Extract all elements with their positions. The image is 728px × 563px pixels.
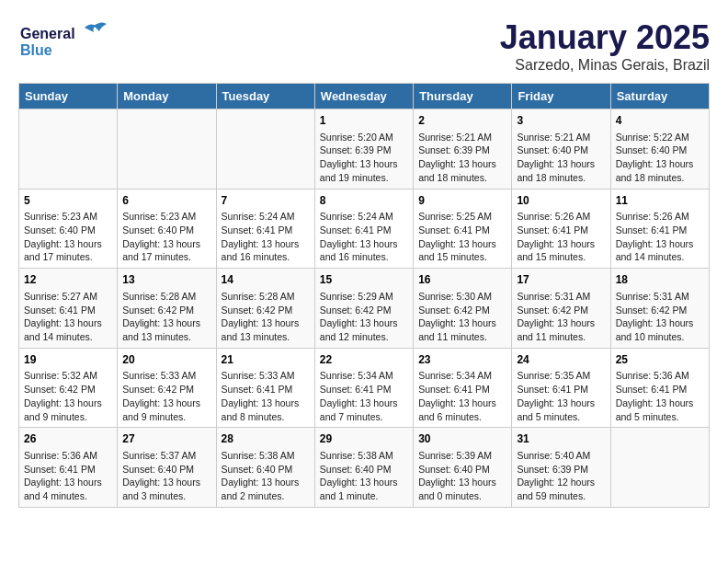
day-info: Sunrise: 5:34 AM Sunset: 6:41 PM Dayligh… [320,369,408,423]
header-sunday: Sunday [19,84,118,109]
calendar-cell: 1Sunrise: 5:20 AM Sunset: 6:39 PM Daylig… [314,109,413,190]
day-info: Sunrise: 5:34 AM Sunset: 6:41 PM Dayligh… [418,369,506,423]
calendar-cell: 28Sunrise: 5:38 AM Sunset: 6:40 PM Dayli… [216,428,314,508]
day-info: Sunrise: 5:40 AM Sunset: 6:39 PM Dayligh… [517,449,605,503]
calendar-cell [610,428,709,508]
calendar-cell: 19Sunrise: 5:32 AM Sunset: 6:42 PM Dayli… [19,348,118,428]
calendar-cell: 5Sunrise: 5:23 AM Sunset: 6:40 PM Daylig… [19,189,118,269]
header-wednesday: Wednesday [314,84,413,109]
day-number: 19 [24,352,112,368]
calendar-cell: 21Sunrise: 5:33 AM Sunset: 6:41 PM Dayli… [216,348,314,428]
calendar-cell: 13Sunrise: 5:28 AM Sunset: 6:42 PM Dayli… [118,269,216,349]
calendar-subtitle: Sarzedo, Minas Gerais, Brazil [500,57,710,74]
calendar-cell: 31Sunrise: 5:40 AM Sunset: 6:39 PM Dayli… [512,428,610,508]
calendar-week-0: 1Sunrise: 5:20 AM Sunset: 6:39 PM Daylig… [19,109,710,190]
calendar-cell: 17Sunrise: 5:31 AM Sunset: 6:42 PM Dayli… [512,269,610,349]
calendar-cell: 23Sunrise: 5:34 AM Sunset: 6:41 PM Dayli… [414,348,512,428]
day-number: 30 [418,431,506,447]
calendar-cell: 27Sunrise: 5:37 AM Sunset: 6:40 PM Dayli… [118,428,216,508]
day-number: 7 [222,193,310,209]
calendar-cell: 4Sunrise: 5:22 AM Sunset: 6:40 PM Daylig… [610,109,709,190]
calendar-cell: 9Sunrise: 5:25 AM Sunset: 6:41 PM Daylig… [414,189,512,269]
calendar-cell: 30Sunrise: 5:39 AM Sunset: 6:40 PM Dayli… [414,428,512,508]
day-info: Sunrise: 5:32 AM Sunset: 6:42 PM Dayligh… [24,369,112,423]
day-number: 18 [616,272,704,288]
day-info: Sunrise: 5:21 AM Sunset: 6:40 PM Dayligh… [517,131,605,185]
day-info: Sunrise: 5:25 AM Sunset: 6:41 PM Dayligh… [418,210,506,264]
calendar-cell: 22Sunrise: 5:34 AM Sunset: 6:41 PM Dayli… [314,348,413,428]
logo-svg: General Blue [18,18,110,64]
day-info: Sunrise: 5:23 AM Sunset: 6:40 PM Dayligh… [122,210,210,264]
logo: General Blue [18,18,110,64]
day-number: 22 [320,352,408,368]
header-saturday: Saturday [610,84,709,109]
day-info: Sunrise: 5:28 AM Sunset: 6:42 PM Dayligh… [122,290,210,344]
day-info: Sunrise: 5:20 AM Sunset: 6:39 PM Dayligh… [320,131,408,185]
header-tuesday: Tuesday [216,84,314,109]
header-friday: Friday [512,84,610,109]
day-number: 17 [517,272,605,288]
calendar-week-4: 26Sunrise: 5:36 AM Sunset: 6:41 PM Dayli… [19,428,710,508]
day-info: Sunrise: 5:37 AM Sunset: 6:40 PM Dayligh… [122,449,210,503]
svg-text:General: General [20,26,75,41]
calendar-cell: 25Sunrise: 5:36 AM Sunset: 6:41 PM Dayli… [610,348,709,428]
day-number: 13 [122,272,210,288]
day-number: 5 [24,193,112,209]
day-info: Sunrise: 5:36 AM Sunset: 6:41 PM Dayligh… [616,369,704,423]
calendar-week-3: 19Sunrise: 5:32 AM Sunset: 6:42 PM Dayli… [19,348,710,428]
day-number: 6 [122,193,210,209]
calendar-cell: 6Sunrise: 5:23 AM Sunset: 6:40 PM Daylig… [118,189,216,269]
calendar-cell: 16Sunrise: 5:30 AM Sunset: 6:42 PM Dayli… [414,269,512,349]
day-info: Sunrise: 5:24 AM Sunset: 6:41 PM Dayligh… [320,210,408,264]
calendar-cell: 12Sunrise: 5:27 AM Sunset: 6:41 PM Dayli… [19,269,118,349]
calendar-cell [19,109,118,190]
day-info: Sunrise: 5:22 AM Sunset: 6:40 PM Dayligh… [616,131,704,185]
day-info: Sunrise: 5:31 AM Sunset: 6:42 PM Dayligh… [616,290,704,344]
day-info: Sunrise: 5:26 AM Sunset: 6:41 PM Dayligh… [616,210,704,264]
day-info: Sunrise: 5:27 AM Sunset: 6:41 PM Dayligh… [24,290,112,344]
day-info: Sunrise: 5:38 AM Sunset: 6:40 PM Dayligh… [320,449,408,503]
day-number: 26 [24,431,112,447]
day-info: Sunrise: 5:23 AM Sunset: 6:40 PM Dayligh… [24,210,112,264]
day-number: 10 [517,193,605,209]
calendar-week-2: 12Sunrise: 5:27 AM Sunset: 6:41 PM Dayli… [19,269,710,349]
svg-text:Blue: Blue [20,42,52,58]
day-info: Sunrise: 5:21 AM Sunset: 6:39 PM Dayligh… [418,131,506,185]
day-info: Sunrise: 5:31 AM Sunset: 6:42 PM Dayligh… [517,290,605,344]
title-area: January 2025 Sarzedo, Minas Gerais, Braz… [500,18,710,74]
day-info: Sunrise: 5:28 AM Sunset: 6:42 PM Dayligh… [222,290,310,344]
calendar-cell: 18Sunrise: 5:31 AM Sunset: 6:42 PM Dayli… [610,269,709,349]
calendar-cell: 24Sunrise: 5:35 AM Sunset: 6:41 PM Dayli… [512,348,610,428]
calendar-cell: 29Sunrise: 5:38 AM Sunset: 6:40 PM Dayli… [314,428,413,508]
day-number: 8 [320,193,408,209]
day-number: 14 [222,272,310,288]
calendar-cell [216,109,314,190]
header: General Blue January 2025 Sarzedo, Minas… [18,18,710,74]
calendar-cell: 2Sunrise: 5:21 AM Sunset: 6:39 PM Daylig… [414,109,512,190]
day-info: Sunrise: 5:35 AM Sunset: 6:41 PM Dayligh… [517,369,605,423]
day-number: 4 [616,113,704,129]
day-number: 1 [320,113,408,129]
day-number: 2 [418,113,506,129]
calendar-cell: 14Sunrise: 5:28 AM Sunset: 6:42 PM Dayli… [216,269,314,349]
day-number: 21 [222,352,310,368]
calendar-cell [118,109,216,190]
calendar-cell: 11Sunrise: 5:26 AM Sunset: 6:41 PM Dayli… [610,189,709,269]
calendar-week-1: 5Sunrise: 5:23 AM Sunset: 6:40 PM Daylig… [19,189,710,269]
day-info: Sunrise: 5:38 AM Sunset: 6:40 PM Dayligh… [222,449,310,503]
day-info: Sunrise: 5:33 AM Sunset: 6:42 PM Dayligh… [122,369,210,423]
header-thursday: Thursday [414,84,512,109]
day-number: 29 [320,431,408,447]
calendar-table: SundayMondayTuesdayWednesdayThursdayFrid… [18,83,710,508]
day-number: 25 [616,352,704,368]
day-info: Sunrise: 5:39 AM Sunset: 6:40 PM Dayligh… [418,449,506,503]
day-info: Sunrise: 5:24 AM Sunset: 6:41 PM Dayligh… [222,210,310,264]
day-number: 27 [122,431,210,447]
calendar-cell: 26Sunrise: 5:36 AM Sunset: 6:41 PM Dayli… [19,428,118,508]
day-number: 3 [517,113,605,129]
day-number: 20 [122,352,210,368]
day-info: Sunrise: 5:36 AM Sunset: 6:41 PM Dayligh… [24,449,112,503]
day-number: 12 [24,272,112,288]
header-monday: Monday [118,84,216,109]
day-number: 24 [517,352,605,368]
